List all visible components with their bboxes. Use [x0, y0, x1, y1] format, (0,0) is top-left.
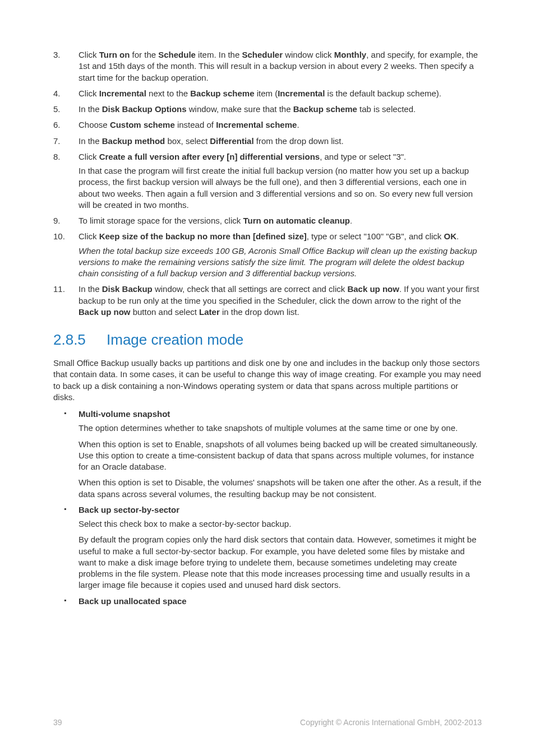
- bullet-para: The option determines whether to take sn…: [79, 423, 482, 434]
- step-note: When the total backup size exceeds 100 G…: [79, 245, 482, 280]
- bullet-para: By default the program copies only the h…: [79, 534, 482, 591]
- step-text: To limit storage space for the versions,…: [79, 215, 482, 226]
- step-text: In the Backup method box, select Differe…: [79, 136, 482, 147]
- step-5: 5. In the Disk Backup Options window, ma…: [79, 104, 482, 115]
- section-intro: Small Office Backup usually backs up par…: [53, 358, 482, 403]
- step-number: 7.: [53, 136, 70, 147]
- step-3: 3. Click Turn on for the Schedule item. …: [79, 49, 482, 84]
- step-number: 8.: [53, 151, 70, 163]
- step-number: 3.: [53, 49, 70, 61]
- section-heading: 2.8.5Image creation mode: [53, 330, 482, 350]
- step-number: 11.: [53, 284, 70, 295]
- step-number: 10.: [53, 231, 70, 242]
- bullet-multi-volume: Multi-volume snapshot The option determi…: [79, 409, 482, 500]
- bullet-title: Multi-volume snapshot: [79, 409, 482, 420]
- page-number: 39: [53, 717, 62, 728]
- numbered-steps-list: 3. Click Turn on for the Schedule item. …: [53, 49, 482, 318]
- step-7: 7. In the Backup method box, select Diff…: [79, 136, 482, 147]
- bullet-title: Back up sector-by-sector: [79, 504, 482, 516]
- step-9: 9. To limit storage space for the versio…: [79, 215, 482, 226]
- step-number: 4.: [53, 88, 70, 99]
- section-number: 2.8.5: [53, 330, 107, 350]
- bullet-sector-by-sector: Back up sector-by-sector Select this che…: [79, 504, 482, 591]
- bullet-para: When this option is set to Enable, snaps…: [79, 439, 482, 473]
- step-number: 6.: [53, 119, 70, 131]
- step-text: Click Keep size of the backup no more th…: [79, 231, 482, 242]
- step-4: 4. Click Incremental next to the Backup …: [79, 88, 482, 99]
- bullet-unallocated-space: Back up unallocated space: [79, 596, 482, 607]
- step-number: 5.: [53, 104, 70, 115]
- step-text: In the Disk Backup window, check that al…: [79, 284, 482, 318]
- step-10: 10. Click Keep size of the backup no mor…: [79, 231, 482, 279]
- step-number: 9.: [53, 215, 70, 226]
- step-subtext: In that case the program will first crea…: [79, 165, 482, 211]
- step-text: Click Create a full version after every …: [79, 151, 482, 163]
- feature-bullet-list: Multi-volume snapshot The option determi…: [53, 409, 482, 607]
- step-text: Choose Custom scheme instead of Incremen…: [79, 119, 482, 131]
- step-11: 11. In the Disk Backup window, check tha…: [79, 284, 482, 318]
- bullet-para: When this option is set to Disable, the …: [79, 477, 482, 500]
- step-text: In the Disk Backup Options window, make …: [79, 104, 482, 115]
- step-text: Click Incremental next to the Backup sch…: [79, 88, 482, 99]
- step-text: Click Turn on for the Schedule item. In …: [79, 49, 482, 84]
- page-footer: 39 Copyright © Acronis International Gmb…: [53, 717, 482, 728]
- step-6: 6. Choose Custom scheme instead of Incre…: [79, 119, 482, 131]
- bullet-title: Back up unallocated space: [79, 596, 482, 607]
- section-title: Image creation mode: [107, 331, 243, 348]
- bullet-para: Select this check box to make a sector-b…: [79, 518, 482, 530]
- copyright-text: Copyright © Acronis International GmbH, …: [300, 717, 482, 728]
- step-8: 8. Click Create a full version after eve…: [79, 151, 482, 211]
